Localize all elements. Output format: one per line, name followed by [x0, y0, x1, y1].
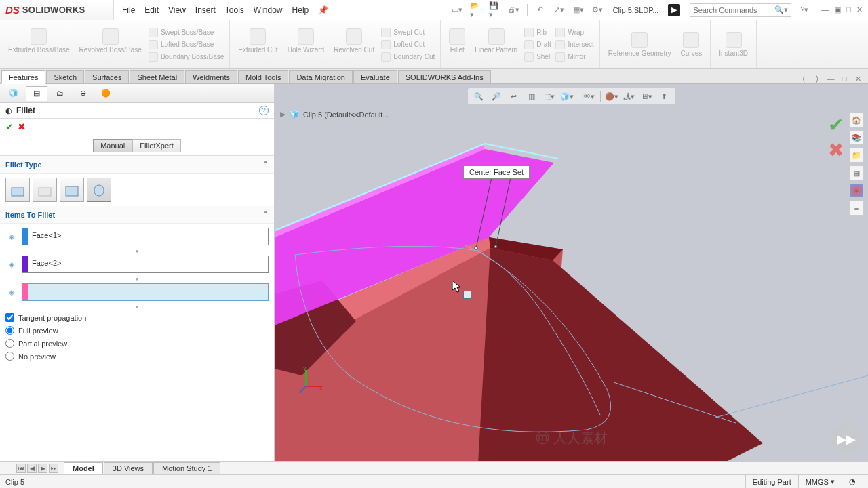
taskpane-view-palette-icon[interactable]: ▦ [849, 165, 864, 180]
tab-features[interactable]: Features [1, 70, 45, 84]
search-commands[interactable]: 🔍▾ [690, 3, 791, 17]
boundary-cut-button[interactable]: Boundary Cut [381, 52, 435, 62]
tab-mold-tools[interactable]: Mold Tools [238, 70, 288, 83]
select-icon[interactable]: ↗▾ [553, 4, 566, 16]
tab-weldments[interactable]: Weldments [185, 70, 237, 83]
triad-icon[interactable]: ⬆ [658, 89, 671, 103]
menu-tools[interactable]: Tools [225, 5, 244, 15]
search-input[interactable] [690, 6, 772, 14]
mirror-button[interactable]: Mirror [555, 52, 593, 62]
center-face-set-icon[interactable]: ◈ [5, 286, 18, 298]
instant3d-button[interactable]: Instant3D [716, 30, 751, 58]
curves-button[interactable]: Curves [678, 30, 705, 58]
tab-first-icon[interactable]: ⏮ [16, 464, 26, 473]
status-units[interactable]: MMGS ▾ [798, 475, 842, 488]
prev-view-icon[interactable]: ↩ [507, 89, 521, 103]
tab-sketch[interactable]: Sketch [46, 70, 84, 83]
swept-boss-button[interactable]: Swept Boss/Base [149, 27, 224, 38]
tab-next-icon[interactable]: ▶ [38, 464, 47, 473]
open-icon[interactable]: 📂▾ [470, 4, 482, 16]
view-settings-icon[interactable]: 🖥▾ [640, 89, 654, 103]
face-set-2-icon[interactable]: ◈ [5, 258, 18, 270]
taskpane-custom-props-icon[interactable]: ≡ [849, 201, 864, 216]
tab-evaluate[interactable]: Evaluate [353, 70, 397, 83]
print-icon[interactable]: 🖨▾ [508, 4, 520, 16]
face-set-1-selection[interactable]: Face<1> [22, 228, 269, 245]
partial-preview-radio[interactable] [5, 339, 14, 348]
zoom-area-icon[interactable]: 🔎 [490, 89, 503, 103]
doc-prev-icon[interactable]: ⟨ [799, 74, 808, 83]
taskpane-library-icon[interactable]: 📚 [849, 130, 864, 145]
taskpane-explorer-icon[interactable]: 📁 [849, 148, 864, 163]
taskpane-home-icon[interactable]: 🏠 [849, 113, 864, 127]
pm-help-icon[interactable]: ? [259, 106, 269, 115]
section-fillet-type[interactable]: Fillet Type⌃ [0, 156, 274, 174]
restore-icon[interactable]: ▣ [834, 5, 841, 14]
menu-pin-icon[interactable]: 📌 [318, 5, 328, 15]
ptab-config-icon[interactable]: 🗂 [49, 86, 71, 101]
view-orient-icon[interactable]: ⬚▾ [542, 89, 556, 103]
close-icon[interactable]: ✕ [856, 5, 863, 14]
section-view-icon[interactable]: ▥ [525, 89, 538, 103]
search-play-icon[interactable]: ▶ [668, 4, 680, 16]
hole-wizard-button[interactable]: Hole Wizard [285, 27, 327, 62]
linear-pattern-button[interactable]: Linear Pattern [472, 27, 520, 62]
lofted-cut-button[interactable]: Lofted Cut [381, 39, 435, 50]
center-face-set-selection[interactable] [22, 283, 269, 301]
resize-grip-icon[interactable]: ● [5, 248, 269, 254]
full-preview-radio[interactable] [5, 326, 14, 335]
menu-window[interactable]: Window [254, 5, 283, 15]
menu-insert[interactable]: Insert [195, 5, 216, 15]
doc-min-icon[interactable]: — [826, 74, 835, 83]
tab-motion-study[interactable]: Motion Study 1 [153, 462, 220, 474]
undo-icon[interactable]: ↶ [534, 4, 547, 16]
zoom-fit-icon[interactable]: 🔍 [472, 89, 486, 103]
expand-icon[interactable]: ▶ [280, 110, 285, 119]
section-items-to-fillet[interactable]: Items To Fillet⌃ [0, 206, 274, 224]
ptab-property-manager-icon[interactable]: ▤ [26, 86, 47, 101]
intersect-button[interactable]: Intersect [555, 39, 593, 50]
resize-grip-icon[interactable]: ● [5, 304, 269, 310]
minimize-icon[interactable]: — [821, 5, 829, 14]
tab-model[interactable]: Model [64, 462, 103, 474]
save-icon[interactable]: 💾▾ [489, 4, 501, 16]
menu-file[interactable]: File [122, 5, 135, 15]
face-set-2-selection[interactable]: Face<2> [22, 256, 269, 273]
menu-help[interactable]: Help [292, 5, 309, 15]
fillet-type-constant[interactable] [5, 178, 30, 202]
maximize-icon[interactable]: □ [846, 5, 851, 14]
fillet-type-variable[interactable] [33, 178, 57, 202]
extruded-boss-button[interactable]: Extruded Boss/Base [5, 27, 73, 62]
tab-filletxpert[interactable]: FilletXpert [132, 139, 181, 152]
confirm-cancel-icon[interactable]: ✖ [828, 139, 844, 161]
revolved-cut-button[interactable]: Revolved Cut [331, 27, 377, 62]
resize-grip-icon[interactable]: ● [5, 276, 269, 282]
flyout-tree[interactable]: ▶ 🧊 Clip 5 (Default<<Default... [280, 110, 389, 119]
pm-cancel-icon[interactable]: ✖ [18, 121, 26, 132]
ptab-feature-tree-icon[interactable]: 🧊 [3, 86, 24, 101]
swept-cut-button[interactable]: Swept Cut [381, 27, 435, 38]
taskpane-appearance-icon[interactable]: ● [849, 183, 864, 198]
ptab-appearance-icon[interactable]: 🟠 [95, 86, 117, 101]
status-custom-icon[interactable]: ◔ [842, 475, 863, 488]
lofted-boss-button[interactable]: Lofted Boss/Base [149, 39, 224, 50]
menu-edit[interactable]: Edit [144, 5, 159, 15]
3d-viewport[interactable]: 🔍 🔎 ↩ ▥ ⬚▾ 🧊▾ 👁▾ 🟤▾ 🏞▾ 🖥▾ ⬆ ▶ 🧊 Clip 5 (… [275, 84, 868, 461]
tab-surfaces[interactable]: Surfaces [85, 70, 129, 83]
search-icon[interactable]: 🔍▾ [772, 5, 791, 14]
options-icon[interactable]: ⚙▾ [591, 4, 604, 16]
appearance-icon[interactable]: 🟤▾ [605, 89, 618, 103]
doc-max-icon[interactable]: □ [840, 74, 849, 83]
tab-manual[interactable]: Manual [93, 139, 132, 152]
callout-center-face-set[interactable]: Center Face Set [463, 165, 530, 179]
scene-icon[interactable]: 🏞▾ [623, 89, 636, 103]
menu-view[interactable]: View [168, 5, 186, 15]
fillet-type-face[interactable] [60, 178, 84, 202]
draft-button[interactable]: Draft [524, 39, 551, 50]
face-set-1-icon[interactable]: ◈ [5, 230, 18, 243]
rib-button[interactable]: Rib [524, 27, 551, 38]
forward-overlay-icon[interactable]: ▶▶ [831, 424, 861, 454]
pm-ok-icon[interactable]: ✔ [5, 121, 14, 132]
fillet-button[interactable]: Fillet [446, 27, 468, 62]
doc-next-icon[interactable]: ⟩ [812, 74, 822, 83]
